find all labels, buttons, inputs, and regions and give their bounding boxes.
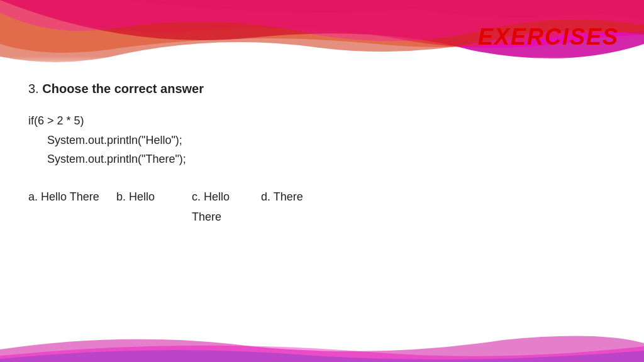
answer-b: b. Hello	[116, 187, 192, 207]
answer-c-bottom: There	[192, 207, 261, 227]
code-line2: System.out.println("Hello");	[47, 131, 616, 150]
answer-row: a. Hello There b. Hello c. Hello There d…	[28, 187, 616, 228]
svg-rect-1	[0, 57, 644, 72]
answer-c: c. Hello There	[192, 187, 261, 228]
question-number: 3.	[28, 82, 39, 96]
answer-c-top: c. Hello	[192, 187, 261, 207]
code-block: if(6 > 2 * 5) System.out.println("Hello"…	[28, 111, 616, 169]
answer-a: a. Hello There	[28, 187, 116, 207]
question-label: Choose the correct answer	[42, 82, 204, 96]
answer-d: d. There	[261, 187, 324, 207]
answers: a. Hello There b. Hello c. Hello There d…	[28, 187, 616, 228]
bottom-curve	[0, 324, 644, 362]
main-content: 3. Choose the correct answer if(6 > 2 * …	[28, 82, 616, 228]
code-line3: System.out.println("There");	[47, 150, 616, 169]
question-header: 3. Choose the correct answer	[28, 82, 616, 96]
exercises-title: EXERCISES	[478, 24, 619, 50]
code-line1: if(6 > 2 * 5)	[28, 111, 616, 131]
